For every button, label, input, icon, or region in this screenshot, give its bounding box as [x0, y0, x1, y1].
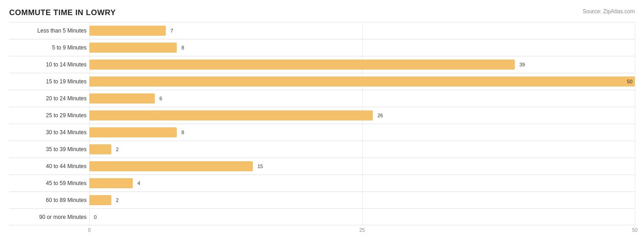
bar-track: 8 — [89, 124, 635, 141]
bars-area: Less than 5 Minutes75 to 9 Minutes810 to… — [9, 22, 635, 225]
chart-header: COMMUTE TIME IN LOWRY Source: ZipAtlas.c… — [9, 8, 635, 17]
bar-track: 6 — [89, 90, 635, 107]
bar-row: 25 to 29 Minutes26 — [9, 107, 635, 124]
bar-track: 7 — [89, 22, 635, 39]
bar-row: Less than 5 Minutes7 — [9, 22, 635, 39]
bar-fill — [89, 110, 373, 120]
bar-fill: 50 — [89, 76, 635, 87]
bar-label: 35 to 39 Minutes — [9, 146, 89, 153]
x-axis-tick: 0 — [88, 227, 91, 233]
bar-fill — [89, 127, 177, 137]
bar-label: 30 to 34 Minutes — [9, 129, 89, 136]
x-axis-tick: 50 — [632, 227, 638, 233]
bar-label: 45 to 59 Minutes — [9, 180, 89, 186]
bar-label: 25 to 29 Minutes — [9, 112, 89, 119]
x-axis: 02550 — [89, 227, 635, 235]
bar-fill — [89, 60, 515, 70]
bar-label: 10 to 14 Minutes — [9, 61, 89, 68]
bar-row: 15 to 19 Minutes50 — [9, 73, 635, 90]
bar-row: 10 to 14 Minutes39 — [9, 56, 635, 73]
bar-row: 40 to 44 Minutes15 — [9, 158, 635, 175]
bar-track: 39 — [89, 56, 635, 73]
bar-value: 2 — [116, 147, 119, 152]
bar-row: 5 to 9 Minutes8 — [9, 39, 635, 56]
bar-track: 50 — [89, 73, 635, 90]
bar-value: 0 — [94, 214, 97, 220]
bar-fill — [89, 195, 111, 205]
bar-row: 30 to 34 Minutes8 — [9, 124, 635, 141]
bar-label: 90 or more Minutes — [9, 214, 89, 220]
chart-title: COMMUTE TIME IN LOWRY — [9, 8, 116, 17]
bar-value: 7 — [170, 28, 173, 33]
bar-value: 26 — [377, 113, 383, 118]
bar-value: 6 — [159, 96, 162, 101]
bar-row: 90 or more Minutes0 — [9, 208, 635, 225]
bar-row: 20 to 24 Minutes6 — [9, 90, 635, 107]
bar-track: 2 — [89, 192, 635, 208]
bar-value: 8 — [181, 45, 184, 50]
bar-track: 26 — [89, 107, 635, 124]
bar-value: 4 — [137, 180, 140, 186]
bar-fill — [89, 26, 166, 36]
bar-fill — [89, 93, 155, 104]
bar-track: 8 — [89, 39, 635, 56]
bar-label: 60 to 89 Minutes — [9, 197, 89, 203]
bar-value: 8 — [181, 130, 184, 135]
bar-row: 35 to 39 Minutes2 — [9, 141, 635, 158]
bar-track: 2 — [89, 141, 635, 158]
bar-row: 60 to 89 Minutes2 — [9, 191, 635, 208]
bar-track: 4 — [89, 175, 635, 191]
bar-value: 39 — [519, 62, 525, 67]
bar-label: 5 to 9 Minutes — [9, 44, 89, 51]
bar-track: 15 — [89, 158, 635, 175]
bar-fill — [89, 178, 133, 188]
chart-container: COMMUTE TIME IN LOWRY Source: ZipAtlas.c… — [0, 0, 644, 240]
bar-fill — [89, 144, 111, 154]
bar-track: 0 — [89, 209, 635, 225]
bar-value: 2 — [116, 197, 119, 203]
bar-fill — [89, 161, 253, 171]
bar-label: 20 to 24 Minutes — [9, 95, 89, 102]
bar-value: 50 — [627, 79, 633, 84]
bar-label: Less than 5 Minutes — [9, 27, 89, 34]
chart-source: Source: ZipAtlas.com — [583, 8, 635, 15]
bar-label: 15 to 19 Minutes — [9, 78, 89, 85]
x-axis-tick: 25 — [359, 227, 365, 233]
bar-fill — [89, 43, 177, 53]
bar-value: 15 — [257, 164, 263, 169]
bar-row: 45 to 59 Minutes4 — [9, 175, 635, 191]
bar-label: 40 to 44 Minutes — [9, 163, 89, 169]
